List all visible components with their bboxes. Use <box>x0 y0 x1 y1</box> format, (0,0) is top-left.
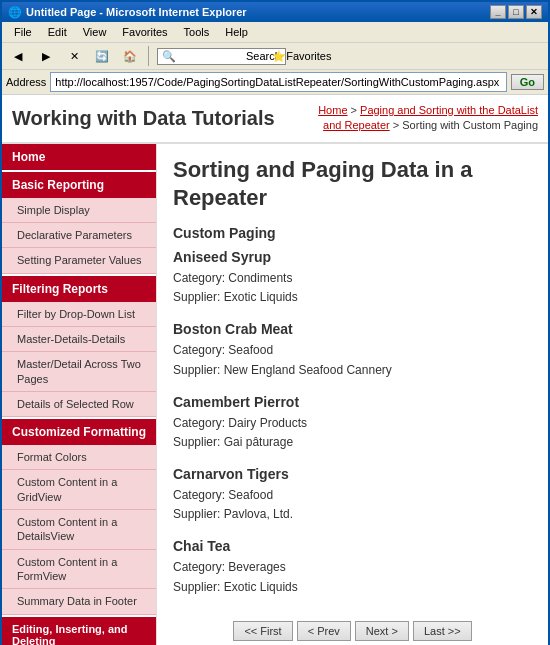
address-input[interactable] <box>50 72 506 92</box>
product-item-4: Chai Tea Category: Beverages Supplier: E… <box>173 538 532 596</box>
main-content: Home Basic Reporting Simple Display Decl… <box>2 144 548 645</box>
product-detail-4: Category: Beverages Supplier: Exotic Liq… <box>173 558 532 596</box>
header-banner: Working with Data Tutorials Home > Pagin… <box>2 95 548 143</box>
menu-bar: File Edit View Favorites Tools Help <box>2 22 548 43</box>
sidebar-category-basic-reporting: Basic Reporting <box>2 172 156 198</box>
pagination: << First < Prev Next > Last >> <box>173 613 532 641</box>
minimize-button[interactable]: _ <box>490 5 506 19</box>
sidebar-home[interactable]: Home <box>2 144 156 170</box>
sidebar-category-editing: Editing, Inserting, and Deleting <box>2 617 156 645</box>
title-bar: 🌐 Untitled Page - Microsoft Internet Exp… <box>2 2 548 22</box>
menu-tools[interactable]: Tools <box>176 24 218 40</box>
prev-page-button[interactable]: < Prev <box>297 621 351 641</box>
last-page-button[interactable]: Last >> <box>413 621 472 641</box>
breadcrumb-separator-1: > <box>351 104 360 116</box>
first-page-button[interactable]: << First <box>233 621 292 641</box>
home-button[interactable]: 🏠 <box>118 45 142 67</box>
sidebar-item-master-detail-across[interactable]: Master/Detail Across Two Pages <box>2 352 156 392</box>
sidebar-item-details-selected-row[interactable]: Details of Selected Row <box>2 392 156 417</box>
go-button[interactable]: Go <box>511 74 544 90</box>
sidebar-item-custom-content-detailsview[interactable]: Custom Content in a DetailsView <box>2 510 156 550</box>
close-button[interactable]: ✕ <box>526 5 542 19</box>
address-label: Address <box>6 76 46 88</box>
content-area: Sorting and Paging Data in a Repeater Cu… <box>157 144 548 645</box>
title-bar-buttons: _ □ ✕ <box>490 5 542 19</box>
product-item-3: Carnarvon Tigers Category: Seafood Suppl… <box>173 466 532 524</box>
breadcrumb: Home > Paging and Sorting with the DataL… <box>318 103 538 134</box>
sidebar-item-custom-content-formview[interactable]: Custom Content in a FormView <box>2 550 156 590</box>
title-bar-left: 🌐 Untitled Page - Microsoft Internet Exp… <box>8 6 247 19</box>
menu-edit[interactable]: Edit <box>40 24 75 40</box>
favorites-button[interactable]: ⭐ Favorites <box>290 45 314 67</box>
search-icon: 🔍 <box>162 50 176 63</box>
stop-button[interactable]: ✕ <box>62 45 86 67</box>
product-name-1: Boston Crab Meat <box>173 321 532 337</box>
product-item-2: Camembert Pierrot Category: Dairy Produc… <box>173 394 532 452</box>
separator-1 <box>148 46 149 66</box>
product-name-2: Camembert Pierrot <box>173 394 532 410</box>
address-bar: Address Go <box>2 70 548 95</box>
refresh-button[interactable]: 🔄 <box>90 45 114 67</box>
breadcrumb-home[interactable]: Home <box>318 104 347 116</box>
breadcrumb-separator-2: > <box>393 119 402 131</box>
product-name-4: Chai Tea <box>173 538 532 554</box>
toolbar: ◀ ▶ ✕ 🔄 🏠 🔍 Search ⭐ Favorites <box>2 43 548 70</box>
browser-icon: 🌐 <box>8 6 22 19</box>
menu-help[interactable]: Help <box>217 24 256 40</box>
search-input[interactable] <box>176 50 246 62</box>
sidebar-item-format-colors[interactable]: Format Colors <box>2 445 156 470</box>
maximize-button[interactable]: □ <box>508 5 524 19</box>
search-box[interactable]: 🔍 Search <box>157 48 286 65</box>
product-name-0: Aniseed Syrup <box>173 249 532 265</box>
menu-file[interactable]: File <box>6 24 40 40</box>
sidebar: Home Basic Reporting Simple Display Decl… <box>2 144 157 645</box>
header-section: Working with Data Tutorials Home > Pagin… <box>2 95 548 144</box>
section-header: Custom Paging <box>173 225 532 241</box>
sidebar-item-filter-drop-down[interactable]: Filter by Drop-Down List <box>2 302 156 327</box>
sidebar-item-setting-parameter-values[interactable]: Setting Parameter Values <box>2 248 156 273</box>
window-title: Untitled Page - Microsoft Internet Explo… <box>26 6 247 18</box>
sidebar-item-summary-data-footer[interactable]: Summary Data in Footer <box>2 589 156 614</box>
forward-button[interactable]: ▶ <box>34 45 58 67</box>
back-button[interactable]: ◀ <box>6 45 30 67</box>
sidebar-item-simple-display[interactable]: Simple Display <box>2 198 156 223</box>
page-title: Sorting and Paging Data in a Repeater <box>173 156 532 213</box>
product-detail-2: Category: Dairy Products Supplier: Gai p… <box>173 414 532 452</box>
product-detail-3: Category: Seafood Supplier: Pavlova, Ltd… <box>173 486 532 524</box>
sidebar-category-customized-formatting: Customized Formatting <box>2 419 156 445</box>
next-page-button[interactable]: Next > <box>355 621 409 641</box>
site-title: Working with Data Tutorials <box>12 107 275 130</box>
menu-view[interactable]: View <box>75 24 115 40</box>
breadcrumb-current: Sorting with Custom Paging <box>402 119 538 131</box>
sidebar-category-filtering-reports: Filtering Reports <box>2 276 156 302</box>
product-item-0: Aniseed Syrup Category: Condiments Suppl… <box>173 249 532 307</box>
sidebar-item-custom-content-gridview[interactable]: Custom Content in a GridView <box>2 470 156 510</box>
sidebar-item-declarative-parameters[interactable]: Declarative Parameters <box>2 223 156 248</box>
product-detail-0: Category: Condiments Supplier: Exotic Li… <box>173 269 532 307</box>
sidebar-item-master-details[interactable]: Master-Details-Details <box>2 327 156 352</box>
product-item-1: Boston Crab Meat Category: Seafood Suppl… <box>173 321 532 379</box>
browser-window: 🌐 Untitled Page - Microsoft Internet Exp… <box>0 0 550 645</box>
product-name-3: Carnarvon Tigers <box>173 466 532 482</box>
product-detail-1: Category: Seafood Supplier: New England … <box>173 341 532 379</box>
menu-favorites[interactable]: Favorites <box>114 24 175 40</box>
